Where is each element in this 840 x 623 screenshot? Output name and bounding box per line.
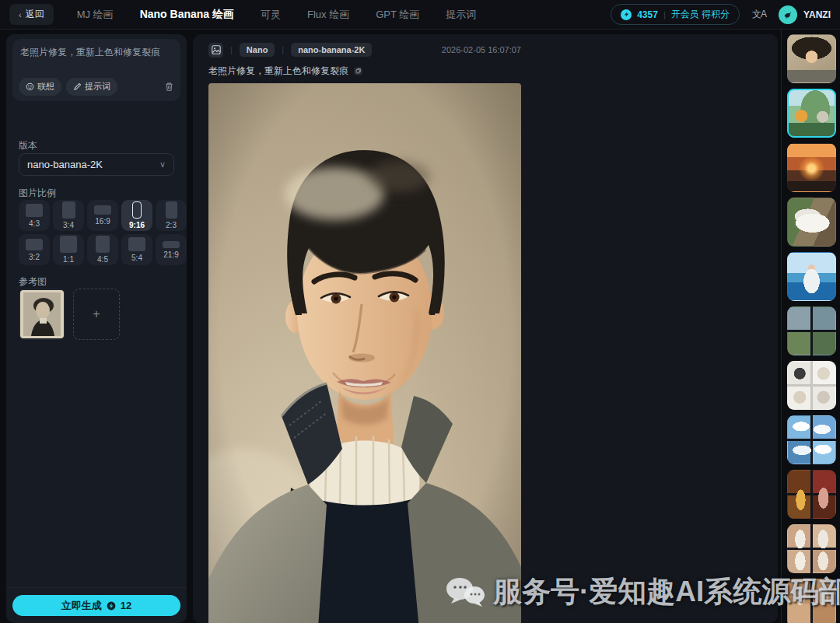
version-value: nano-banana-2K xyxy=(27,159,103,170)
history-thumbnail-monkey-king[interactable] xyxy=(787,89,836,138)
ratio-shape-icon xyxy=(94,205,111,215)
message-prompt-row: 老照片修复，重新上色和修复裂痕 xyxy=(208,65,521,78)
translate-icon[interactable]: 文A xyxy=(752,8,766,21)
associate-label: 联想 xyxy=(37,81,54,93)
ratio-tile-5:4[interactable]: 5:4 xyxy=(121,234,152,265)
cost-coin-icon xyxy=(107,601,116,611)
divider: | xyxy=(230,45,233,54)
prompt-helper-button[interactable]: 提示词 xyxy=(66,78,117,96)
ratio-tile-label: 5:4 xyxy=(131,254,142,262)
ratio-tile-2:3[interactable]: 2:3 xyxy=(156,200,187,231)
ratio-tile-label: 16:9 xyxy=(95,217,110,226)
ratio-shape-icon xyxy=(132,201,142,219)
associate-button[interactable]: 联想 xyxy=(19,78,61,96)
ratio-tile-4:5[interactable]: 4:5 xyxy=(87,234,118,265)
message-prompt-text: 老照片修复，重新上色和修复裂痕 xyxy=(208,65,348,78)
credits-count: 4357 xyxy=(637,9,658,20)
nav-tabs: MJ 绘画Nano Banana 绘画可灵Flux 绘画GPT 绘画提示词 xyxy=(77,8,477,22)
reference-label: 参考图 xyxy=(19,275,47,289)
ratio-shape-icon xyxy=(163,241,180,248)
version-badge: nano-banana-2K xyxy=(291,43,372,57)
message-header: | Nano | nano-banana-2K 2026-02-05 16:07… xyxy=(208,42,521,58)
top-navbar: ‹ 返回 MJ 绘画Nano Banana 绘画可灵Flux 绘画GPT 绘画提… xyxy=(0,0,840,30)
app-window: ‹ 返回 MJ 绘画Nano Banana 绘画可灵Flux 绘画GPT 绘画提… xyxy=(0,0,840,623)
ratio-tile-label: 4:5 xyxy=(97,255,108,264)
generated-image[interactable] xyxy=(208,83,521,623)
tab-MJ 绘画[interactable]: MJ 绘画 xyxy=(77,8,114,22)
ratio-tile-1:1[interactable]: 1:1 xyxy=(53,234,84,265)
history-gallery xyxy=(781,30,840,623)
ratio-shape-icon xyxy=(96,236,110,253)
tab-可灵[interactable]: 可灵 xyxy=(261,8,281,22)
navbar-right: 4357 | 开会员 得积分 文A YANZI xyxy=(611,4,831,25)
ratio-grid: 4:33:416:99:162:33:21:14:55:421:9 xyxy=(19,200,174,265)
prompt-input[interactable]: 老照片修复，重新上色和修复裂痕 xyxy=(20,45,173,75)
ratio-shape-icon xyxy=(128,237,145,251)
chevron-left-icon: ‹ xyxy=(19,10,22,19)
credits-pill[interactable]: 4357 | 开会员 得积分 xyxy=(611,4,740,25)
history-thumbnail-girls-grid[interactable] xyxy=(787,579,836,623)
user-menu[interactable]: YANZI xyxy=(779,5,831,24)
main-panel: | Nano | nano-banana-2K 2026-02-05 16:07… xyxy=(193,34,778,623)
ratio-tile-label: 2:3 xyxy=(166,221,177,229)
ratio-shape-icon xyxy=(26,204,43,217)
ratio-tile-label: 21:9 xyxy=(163,250,178,259)
history-thumbnail-restored-portrait[interactable] xyxy=(787,34,836,83)
magic-icon xyxy=(26,82,34,91)
divider: | xyxy=(282,45,284,54)
generate-cost: 12 xyxy=(121,600,131,611)
tab-GPT 绘画[interactable]: GPT 绘画 xyxy=(376,8,419,22)
ratio-tile-3:4[interactable]: 3:4 xyxy=(53,200,84,231)
pen-icon xyxy=(73,82,82,91)
copy-icon[interactable] xyxy=(353,66,363,76)
ratio-tile-4:3[interactable]: 4:3 xyxy=(19,200,50,231)
history-thumbnail-shoes-grid[interactable] xyxy=(787,361,836,410)
version-label: 版本 xyxy=(19,139,37,152)
history-thumbnail-white-outfit-grid[interactable] xyxy=(787,524,836,573)
left-sidebar: 老照片修复，重新上色和修复裂痕 联想 提示词 版本 nano-banana-2K… xyxy=(6,34,187,623)
membership-link[interactable]: 开会员 得积分 xyxy=(671,8,730,21)
timestamp: 2026-02-05 16:07:07 xyxy=(442,45,521,54)
ratio-tile-9:16[interactable]: 9:16 xyxy=(121,200,152,231)
ratio-shape-icon xyxy=(60,236,77,253)
ratio-shape-icon xyxy=(166,201,177,219)
reference-old-photo xyxy=(20,290,64,338)
plus-icon: + xyxy=(93,307,100,321)
ratio-tile-label: 3:2 xyxy=(29,253,40,261)
ratio-tile-label: 1:1 xyxy=(63,255,74,264)
history-thumbnail-sunset-crabs[interactable] xyxy=(787,143,836,192)
ratio-tile-21:9[interactable]: 21:9 xyxy=(156,234,187,265)
coin-icon xyxy=(621,9,632,20)
version-select[interactable]: nano-banana-2K ∨ xyxy=(19,153,174,176)
sidebar-footer: 立即生成 12 xyxy=(6,587,187,623)
prompt-helper-label: 提示词 xyxy=(85,81,110,93)
reference-image-thumbnail[interactable] xyxy=(19,289,65,340)
add-reference-button[interactable]: + xyxy=(73,289,120,340)
ratio-shape-icon xyxy=(62,201,75,219)
username: YANZI xyxy=(803,9,831,20)
chevron-down-icon: ∨ xyxy=(159,159,166,170)
tab-Nano Banana 绘画[interactable]: Nano Banana 绘画 xyxy=(140,8,234,22)
back-button[interactable]: ‹ 返回 xyxy=(9,4,54,25)
divider: | xyxy=(663,10,666,19)
generate-button[interactable]: 立即生成 12 xyxy=(12,595,180,616)
ratio-shape-icon xyxy=(26,239,43,250)
ratio-tile-16:9[interactable]: 16:9 xyxy=(87,200,118,231)
history-thumbnail-sky-clouds-grid[interactable] xyxy=(787,415,836,464)
ratio-section-label: 图片比例 xyxy=(19,187,56,200)
ratio-tile-label: 3:4 xyxy=(63,221,74,229)
ratio-tile-3:2[interactable]: 3:2 xyxy=(19,234,50,265)
history-thumbnail-red-dress-grid[interactable] xyxy=(787,470,836,519)
back-label: 返回 xyxy=(26,8,44,21)
history-thumbnail-girl-by-sea[interactable] xyxy=(787,252,836,301)
trash-icon[interactable] xyxy=(164,82,174,92)
tab-提示词[interactable]: 提示词 xyxy=(446,8,476,22)
ratio-tile-label: 4:3 xyxy=(29,219,40,228)
image-type-icon xyxy=(208,43,223,58)
history-thumbnail-stream-rocks-grid[interactable] xyxy=(787,306,836,355)
model-badge: Nano xyxy=(240,43,275,57)
reference-row: + xyxy=(19,289,120,340)
prompt-toolbar: 联想 提示词 xyxy=(19,78,174,96)
history-thumbnail-white-sneaker[interactable] xyxy=(787,198,836,247)
tab-Flux 绘画[interactable]: Flux 绘画 xyxy=(307,8,349,22)
